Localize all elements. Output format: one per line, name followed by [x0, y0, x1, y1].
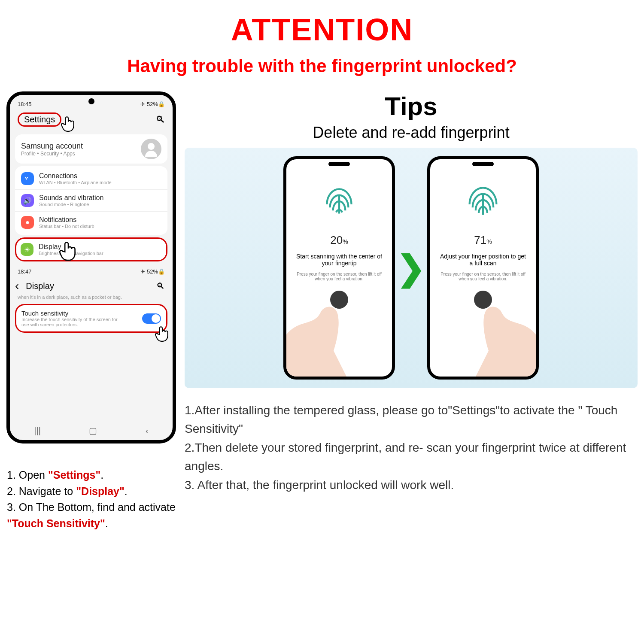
item-title: Notifications — [39, 216, 94, 224]
back-icon[interactable]: ‹ — [15, 279, 19, 293]
pointer-icon — [153, 325, 171, 344]
right-step-3: 3. After that, the fingerprint unlocked … — [185, 476, 638, 494]
scan-phone-right: 71% Adjust your finger position to get a… — [427, 156, 539, 380]
touch-sensitivity-highlight[interactable]: Touch sensitivity Increase the touch sen… — [15, 304, 167, 333]
scan-percent: 20% — [330, 234, 348, 247]
account-card[interactable]: Samsung account Profile • Security • App… — [15, 134, 167, 164]
status-time: 18:45 — [18, 101, 32, 107]
settings-phone-mockup: 18:45 ✈ 52%🔒 Settings 🔍︎ Samsung account… — [6, 91, 176, 444]
hand-holding-icon — [283, 282, 368, 380]
fingerprint-scan-panel: 20% Start scanning with the center of yo… — [185, 148, 638, 388]
tips-sub: Delete and re-add fingerprint — [185, 124, 638, 142]
account-sub: Profile • Security • Apps — [21, 151, 83, 157]
fingerprint-icon — [464, 183, 502, 226]
touch-sens-title: Touch sensitivity — [21, 310, 125, 317]
right-instructions: 1.After installing the tempered glass, p… — [185, 401, 638, 494]
touch-sens-toggle[interactable] — [142, 313, 161, 324]
left-step-2: 2. Navigate to "Display". — [7, 483, 176, 500]
display-heading: Display — [26, 281, 54, 291]
camera-notch — [88, 98, 94, 104]
wifi-icon: ᯤ — [21, 172, 34, 185]
connections-item[interactable]: ᯤ Connections WLAN • Bluetooth • Airplan… — [15, 168, 167, 190]
attention-subtitle: Having trouble with the fingerprint unlo… — [0, 56, 644, 76]
android-navbar: ||| ▢ ‹ — [10, 421, 173, 440]
pointer-icon — [57, 240, 79, 264]
right-step-2: 2.Then delete your stored fingerprint, a… — [185, 438, 638, 476]
status-bar-2: 18:47 ✈ 52%🔒 — [10, 264, 173, 276]
settings-highlight[interactable]: Settings — [18, 112, 61, 127]
left-instructions: 1. Open "Settings". 2. Navigate to "Disp… — [7, 467, 176, 532]
scan-line2: Press your finger on the sensor, then li… — [430, 272, 536, 281]
item-sub: Sound mode • Ringtone — [39, 202, 103, 207]
arrow-icon: ❯ — [397, 248, 425, 288]
avatar-icon — [141, 139, 161, 159]
camera-notch — [472, 162, 494, 166]
search-icon[interactable]: 🔍︎ — [155, 114, 165, 125]
fingerprint-icon — [320, 183, 358, 226]
camera-notch — [328, 162, 350, 166]
attention-title: ATTENTION — [0, 12, 644, 47]
scan-percent: 71% — [474, 234, 492, 247]
left-step-1: 1. Open "Settings". — [7, 467, 176, 483]
hand-holding-icon — [454, 282, 539, 380]
touch-sens-sub: Increase the touch sensitivity of the sc… — [21, 317, 125, 327]
account-title: Samsung account — [21, 142, 83, 151]
search-icon[interactable]: 🔍︎ — [156, 281, 165, 291]
recent-icon[interactable]: ||| — [34, 426, 41, 436]
sound-icon: 🔊 — [21, 194, 34, 207]
item-sub: Status bar • Do not disturb — [39, 224, 94, 229]
scan-phone-left: 20% Start scanning with the center of yo… — [283, 156, 395, 380]
notification-icon: ● — [21, 216, 34, 229]
scan-line1: Start scanning with the center of your f… — [286, 253, 392, 267]
status-indicators: ✈ 52%🔒 — [140, 101, 165, 107]
tips-heading: Tips — [185, 91, 638, 121]
truncated-text: when it's in a dark place, such as a poc… — [10, 295, 173, 302]
brightness-icon: ☀ — [21, 243, 33, 256]
scan-line1: Adjust your finger position to get a ful… — [430, 253, 536, 267]
item-sub: WLAN • Bluetooth • Airplane mode — [39, 180, 112, 185]
left-step-3: 3. On The Bottom, find and activate "Tou… — [7, 499, 176, 532]
sounds-item[interactable]: 🔊 Sounds and vibration Sound mode • Ring… — [15, 190, 167, 212]
item-title: Connections — [39, 172, 112, 180]
scan-line2: Press your finger on the sensor, then li… — [286, 272, 392, 281]
settings-label: Settings — [24, 115, 55, 124]
status-time-2: 18:47 — [18, 268, 32, 275]
notifications-item[interactable]: ● Notifications Status bar • Do not dist… — [15, 212, 167, 233]
right-step-1: 1.After installing the tempered glass, p… — [185, 401, 638, 438]
item-title: Sounds and vibration — [39, 194, 103, 202]
back-nav-icon[interactable]: ‹ — [146, 426, 149, 436]
pointer-icon — [59, 115, 77, 135]
status-indicators-2: ✈ 52%🔒 — [140, 268, 165, 275]
display-header: ‹ Display 🔍︎ — [10, 276, 173, 295]
home-icon[interactable]: ▢ — [89, 425, 97, 436]
settings-list: ᯤ Connections WLAN • Bluetooth • Airplan… — [15, 166, 167, 235]
display-highlight[interactable]: ☀ Display Brightness eld • Navigation ba… — [15, 237, 167, 261]
